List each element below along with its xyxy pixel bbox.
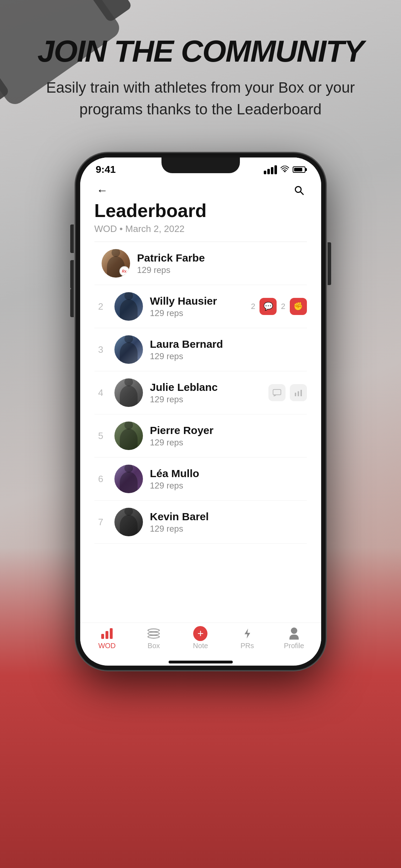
box-layer-3 <box>148 635 160 639</box>
athlete-info: Kevin Barel 129 reps <box>150 511 307 534</box>
athlete-name: Léa Mullo <box>150 467 307 480</box>
wod-icon-area <box>100 627 114 640</box>
tab-prs[interactable]: PRs <box>231 627 263 650</box>
page-subtitle: Easily train with athletes from your Box… <box>29 77 372 120</box>
wod-bar-1 <box>101 634 104 639</box>
status-icons <box>264 165 305 174</box>
avatar: Rx <box>102 249 130 278</box>
wod-bars-icon <box>101 628 113 639</box>
table-row: 2 Willy Hausier 129 reps 2 💬 <box>94 285 307 328</box>
tab-wod[interactable]: WOD <box>91 627 123 650</box>
avatar <box>114 335 143 364</box>
fist-count: 2 <box>281 302 285 311</box>
avatar-silhouette <box>120 472 138 493</box>
fist-icon: ✊ <box>293 302 303 311</box>
athlete-score: 129 reps <box>150 351 307 361</box>
person-head-icon <box>291 627 297 634</box>
prs-tab-label: PRs <box>241 642 254 650</box>
score-icon-gray <box>294 389 303 396</box>
comment-button[interactable]: 💬 <box>259 298 277 315</box>
avatar-silhouette <box>120 342 138 364</box>
athlete-score: 129 reps <box>150 481 307 491</box>
athlete-score: 129 reps <box>150 394 268 404</box>
table-row: 6 Léa Mullo 129 reps <box>94 458 307 501</box>
athlete-info: Pierre Royer 129 reps <box>150 424 307 448</box>
avatar-silhouette <box>120 386 138 407</box>
wifi-icon <box>281 165 289 174</box>
rank-number: 7 <box>94 517 107 528</box>
rx-badge: Rx <box>119 266 129 276</box>
search-button[interactable] <box>291 182 307 198</box>
page-content: Leaderboard WOD • March 2, 2022 LEADER R… <box>80 200 321 622</box>
note-icon-area: + <box>193 627 207 640</box>
score-button-gray[interactable] <box>290 384 307 401</box>
prs-icon-area <box>240 627 255 640</box>
fist-button[interactable]: ✊ <box>290 298 307 315</box>
avatar <box>114 378 143 407</box>
back-arrow-icon: ← <box>97 185 108 196</box>
table-row: 3 Laura Bernard 129 reps <box>94 328 307 371</box>
page-title: JOIN THE COMMUNITY <box>29 36 372 66</box>
phone-screen: 9:41 <box>80 157 321 666</box>
avatar-silhouette <box>120 429 138 450</box>
athlete-name: Patrick Farbe <box>137 252 307 264</box>
profile-icon-area <box>287 627 301 640</box>
phone-notch <box>161 157 240 173</box>
avatar-silhouette <box>120 299 138 321</box>
athlete-name: Willy Hausier <box>150 295 251 307</box>
note-tab-label: Note <box>193 642 208 650</box>
svg-point-0 <box>284 171 285 172</box>
tab-profile[interactable]: Profile <box>278 627 310 650</box>
battery-icon <box>293 166 305 173</box>
tab-box[interactable]: Box <box>138 627 170 650</box>
table-row: 7 Kevin Barel 129 reps <box>94 501 307 544</box>
athlete-name: Laura Bernard <box>150 338 307 350</box>
athlete-info: Laura Bernard 129 reps <box>150 338 307 361</box>
athlete-info: Patrick Farbe 129 reps <box>137 252 307 275</box>
svg-rect-6 <box>300 390 302 396</box>
athlete-info: Léa Mullo 129 reps <box>150 467 307 491</box>
avatar <box>114 465 143 493</box>
table-row: LEADER Rx Patrick Farbe 129 reps <box>94 242 307 285</box>
athlete-score: 129 reps <box>150 524 307 534</box>
rank-number: 5 <box>94 430 107 441</box>
comment-count: 2 <box>251 302 255 311</box>
athlete-name: Julie Leblanc <box>150 381 268 393</box>
athlete-score: 129 reps <box>137 265 307 275</box>
wod-bar-2 <box>106 631 108 639</box>
phone-mockup: 9:41 <box>76 153 325 670</box>
box-icon-area <box>146 627 161 640</box>
lightning-icon <box>242 628 252 639</box>
person-body-icon <box>289 635 299 640</box>
svg-rect-5 <box>298 391 299 396</box>
table-row: 5 Pierre Royer 129 reps <box>94 414 307 458</box>
athlete-name: Pierre Royer <box>150 424 307 436</box>
phone-frame: 9:41 <box>76 153 325 670</box>
avatar <box>114 508 143 536</box>
rank-number: 3 <box>94 344 107 355</box>
tab-note[interactable]: + Note <box>184 627 216 650</box>
wod-tab-label: WOD <box>98 642 116 650</box>
comment-icon: 💬 <box>263 302 273 311</box>
back-button[interactable]: ← <box>94 182 110 198</box>
item-actions <box>268 384 307 401</box>
profile-tab-label: Profile <box>284 642 304 650</box>
avatar <box>114 422 143 450</box>
box-layers-icon <box>148 629 160 639</box>
status-time: 9:41 <box>96 164 116 175</box>
header-area: JOIN THE COMMUNITY Easily train with ath… <box>0 36 401 120</box>
search-icon <box>294 185 304 195</box>
rank-number: 6 <box>94 474 107 485</box>
comment-button-gray[interactable] <box>268 384 286 401</box>
svg-marker-7 <box>245 629 250 639</box>
athlete-name: Kevin Barel <box>150 511 307 523</box>
athlete-score: 129 reps <box>150 438 307 448</box>
svg-rect-3 <box>273 389 281 395</box>
leaderboard-subtitle: WOD • March 2, 2022 <box>94 223 307 234</box>
app-nav-bar: ← <box>80 179 321 200</box>
svg-line-2 <box>300 192 303 195</box>
svg-rect-4 <box>295 393 296 396</box>
athlete-info: Julie Leblanc 129 reps <box>150 381 268 404</box>
athlete-score: 129 reps <box>150 308 251 318</box>
leaderboard-title: Leaderboard <box>94 200 307 221</box>
